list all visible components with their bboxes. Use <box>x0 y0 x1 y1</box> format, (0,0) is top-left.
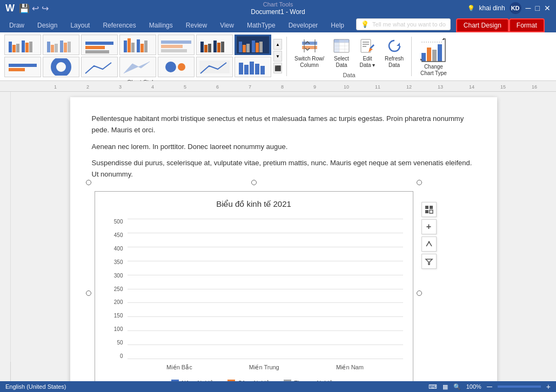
chart-style-6[interactable] <box>196 35 233 55</box>
tab-chart-design[interactable]: Chart Design <box>456 18 509 32</box>
svg-text:14: 14 <box>469 84 474 90</box>
gallery-scroll-down[interactable]: ▼ <box>273 51 282 62</box>
user-name: khai dinh <box>479 4 505 12</box>
svg-rect-22 <box>161 45 183 48</box>
svg-marker-62 <box>397 43 400 46</box>
select-data-button[interactable]: SelectData <box>330 35 353 71</box>
chart-area <box>128 219 403 359</box>
chart-style-12[interactable] <box>158 57 195 77</box>
chart-styles-gallery: ▲ ▼ ⬛ <box>4 35 282 78</box>
svg-rect-1 <box>12 45 16 52</box>
switch-row-col-label: Switch Row/Column <box>294 56 324 69</box>
svg-rect-20 <box>144 40 148 52</box>
svg-rect-90 <box>430 210 433 213</box>
zoom-icon[interactable]: 🔍 <box>453 383 461 390</box>
chart-style-14[interactable] <box>235 57 271 77</box>
divider-1 <box>286 37 287 76</box>
chart-plot-area: 0 50 100 150 200 250 300 350 400 450 500 <box>101 213 407 375</box>
xlabel-mien-bac: Miền Bắc <box>166 364 192 371</box>
bar-groups-container <box>128 219 403 359</box>
edit-data-button[interactable]: EditData ▾ <box>356 35 379 71</box>
refresh-data-label: RefreshData <box>385 56 404 69</box>
tab-draw[interactable]: Draw <box>3 18 31 32</box>
svg-rect-17 <box>131 43 135 52</box>
chart-styles-button[interactable] <box>421 236 437 252</box>
gallery-scroll: ▲ ▼ ⬛ <box>273 39 282 73</box>
chart-elements-button[interactable]: + <box>421 219 437 234</box>
switch-row-col-button[interactable]: Switch Row/Column <box>291 35 327 71</box>
divider-2 <box>411 37 412 76</box>
zoom-in-icon[interactable]: + <box>546 382 551 391</box>
tab-review[interactable]: Review <box>179 18 213 32</box>
keyboard-icon[interactable]: ⌨ <box>428 383 437 390</box>
chart-style-11[interactable] <box>119 57 156 77</box>
svg-rect-3 <box>22 40 25 52</box>
minimize-btn[interactable]: ─ <box>526 4 531 12</box>
svg-rect-34 <box>252 40 255 52</box>
svg-rect-28 <box>217 43 220 52</box>
svg-rect-11 <box>68 42 71 52</box>
tab-mailings[interactable]: Mailings <box>143 18 179 32</box>
tab-references[interactable]: References <box>96 18 142 32</box>
restore-btn[interactable]: □ <box>535 4 540 12</box>
svg-rect-43 <box>239 63 243 75</box>
chart-layout-button[interactable] <box>421 202 437 217</box>
lightbulb-icon: 💡 <box>361 21 369 28</box>
tab-format[interactable]: Format <box>509 18 545 32</box>
svg-rect-9 <box>60 40 63 52</box>
svg-rect-24 <box>200 42 204 52</box>
change-chart-type-button[interactable]: ChangeChart Type <box>416 35 451 79</box>
svg-text:3: 3 <box>119 84 122 90</box>
svg-rect-45 <box>250 62 254 75</box>
zoom-slider[interactable] <box>498 386 541 388</box>
close-btn[interactable]: ✕ <box>544 4 551 12</box>
zoom-out-icon[interactable]: ─ <box>487 382 492 391</box>
ruler-horizontal: 1 2 3 4 5 6 7 8 9 10 11 12 13 14 15 16 <box>0 81 556 92</box>
tab-view[interactable]: View <box>213 18 240 32</box>
svg-rect-65 <box>432 50 437 62</box>
refresh-data-button[interactable]: RefreshData <box>381 35 407 71</box>
ruler-vertical <box>0 92 11 381</box>
chart-style-10[interactable] <box>81 57 118 77</box>
tab-layout[interactable]: Layout <box>64 18 96 32</box>
chart-style-2[interactable] <box>43 35 79 55</box>
svg-rect-5 <box>29 42 32 52</box>
chart-style-3[interactable] <box>81 35 118 55</box>
gallery-scroll-more[interactable]: ⬛ <box>273 63 282 73</box>
tab-help[interactable]: Help <box>324 18 351 32</box>
tab-developer[interactable]: Developer <box>282 18 325 32</box>
svg-rect-12 <box>85 42 113 45</box>
chart-side-buttons: + <box>421 202 437 269</box>
chart-tools-label: Chart Tools <box>263 1 293 8</box>
tell-me-box[interactable]: 💡 Tell me what you want to do <box>356 18 451 30</box>
svg-rect-0 <box>9 42 12 52</box>
svg-rect-47 <box>260 66 265 75</box>
svg-rect-14 <box>85 50 109 53</box>
tab-design[interactable]: Design <box>31 18 64 32</box>
chart-style-8[interactable] <box>4 57 41 77</box>
xlabel-mien-trung: Miền Trung <box>249 364 279 371</box>
refresh-data-icon <box>386 37 403 55</box>
chart-style-7[interactable] <box>235 35 271 55</box>
chart-styles-grid <box>4 35 271 78</box>
chart-style-5[interactable] <box>158 35 195 55</box>
svg-rect-89 <box>425 210 428 213</box>
svg-text:4: 4 <box>151 84 154 90</box>
gallery-scroll-up[interactable]: ▲ <box>273 39 282 50</box>
select-data-label: SelectData <box>334 56 349 69</box>
data-group-buttons: Switch Row/Column SelectData <box>291 35 407 71</box>
tell-me-text: Tell me what you want to do <box>372 21 446 28</box>
tab-mathtype[interactable]: MathType <box>240 18 282 32</box>
svg-rect-8 <box>55 44 58 52</box>
chart-style-1[interactable] <box>4 35 41 55</box>
svg-rect-42 <box>199 60 230 73</box>
status-language: English (United States) <box>5 383 66 390</box>
layout-icon[interactable]: ▦ <box>443 383 448 390</box>
chart-style-13[interactable] <box>196 57 233 77</box>
word-icon: W <box>5 3 15 14</box>
chart-style-9[interactable] <box>43 57 79 77</box>
chart[interactable]: Biểu đồ kinh tế 2021 0 50 100 150 200 25… <box>95 191 413 381</box>
chart-style-4[interactable] <box>119 35 156 55</box>
svg-rect-29 <box>221 42 224 52</box>
chart-filters-button[interactable] <box>421 254 437 269</box>
